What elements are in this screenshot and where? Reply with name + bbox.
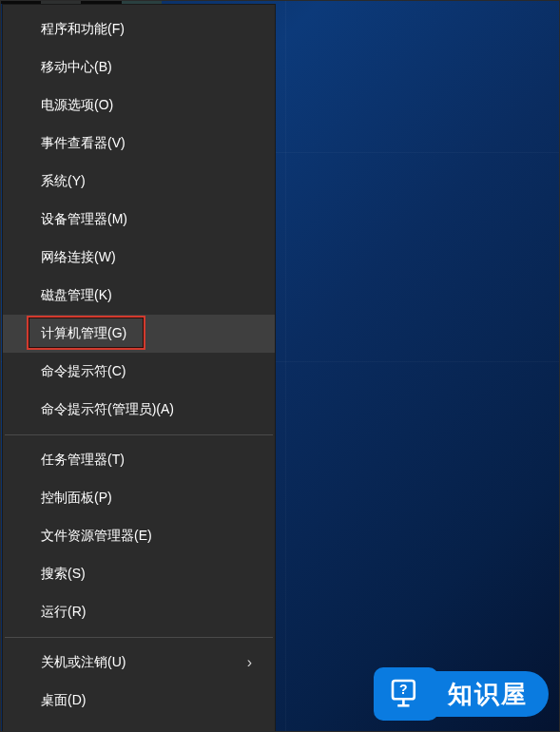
menu-item-programs-features[interactable]: 程序和功能(F) <box>3 10 275 48</box>
menu-item-label: 运行(R) <box>41 604 256 621</box>
menu-item-task-manager[interactable]: 任务管理器(T) <box>3 441 275 479</box>
watermark-text: 知识屋 <box>429 671 549 717</box>
menu-item-command-prompt[interactable]: 命令提示符(C) <box>3 353 275 391</box>
menu-item-run[interactable]: 运行(R) <box>3 593 275 631</box>
svg-text:?: ? <box>399 682 408 697</box>
winx-context-menu[interactable]: 程序和功能(F)移动中心(B)电源选项(O)事件查看器(V)系统(Y)设备管理器… <box>2 4 276 732</box>
menu-item-label: 任务管理器(T) <box>41 452 256 469</box>
menu-item-label: 关机或注销(U) <box>41 654 247 671</box>
menu-item-system[interactable]: 系统(Y) <box>3 163 275 201</box>
menu-item-label: 设备管理器(M) <box>41 211 256 228</box>
menu-item-control-panel[interactable]: 控制面板(P) <box>3 479 275 517</box>
menu-item-power-options[interactable]: 电源选项(O) <box>3 87 275 125</box>
menu-item-label: 搜索(S) <box>41 566 256 583</box>
menu-item-label: 计算机管理(G) <box>41 325 256 342</box>
menu-item-computer-management[interactable]: 计算机管理(G) <box>3 315 275 353</box>
menu-item-label: 磁盘管理(K) <box>41 287 256 304</box>
menu-item-desktop[interactable]: 桌面(D) <box>3 682 275 720</box>
menu-item-file-explorer[interactable]: 文件资源管理器(E) <box>3 517 275 555</box>
menu-item-event-viewer[interactable]: 事件查看器(V) <box>3 125 275 163</box>
watermark-logo-icon: ? <box>374 667 438 721</box>
menu-item-label: 电源选项(O) <box>41 97 256 114</box>
menu-item-command-prompt-admin[interactable]: 命令提示符(管理员)(A) <box>3 391 275 429</box>
menu-item-label: 命令提示符(管理员)(A) <box>41 401 256 418</box>
menu-item-label: 控制面板(P) <box>41 490 256 507</box>
menu-item-label: 桌面(D) <box>41 692 256 709</box>
menu-separator <box>5 434 273 435</box>
menu-item-disk-management[interactable]: 磁盘管理(K) <box>3 277 275 315</box>
menu-item-label: 网络连接(W) <box>41 249 256 266</box>
chevron-right-icon: › <box>247 654 252 671</box>
menu-item-mobility-center[interactable]: 移动中心(B) <box>3 48 275 87</box>
menu-item-label: 系统(Y) <box>41 173 256 190</box>
menu-item-label: 文件资源管理器(E) <box>41 528 256 545</box>
menu-item-shutdown-signout[interactable]: 关机或注销(U)› <box>3 644 275 682</box>
desktop-background: 程序和功能(F)移动中心(B)电源选项(O)事件查看器(V)系统(Y)设备管理器… <box>0 0 560 732</box>
menu-item-search[interactable]: 搜索(S) <box>3 555 275 593</box>
watermark: ? 知识屋 zhishiwu.com <box>374 667 549 721</box>
menu-item-network-connections[interactable]: 网络连接(W) <box>3 239 275 277</box>
menu-item-label: 移动中心(B) <box>41 59 256 76</box>
menu-item-label: 程序和功能(F) <box>41 21 256 38</box>
menu-item-device-manager[interactable]: 设备管理器(M) <box>3 201 275 239</box>
menu-item-label: 命令提示符(C) <box>41 363 256 380</box>
menu-separator <box>5 637 273 638</box>
menu-item-label: 事件查看器(V) <box>41 135 256 152</box>
